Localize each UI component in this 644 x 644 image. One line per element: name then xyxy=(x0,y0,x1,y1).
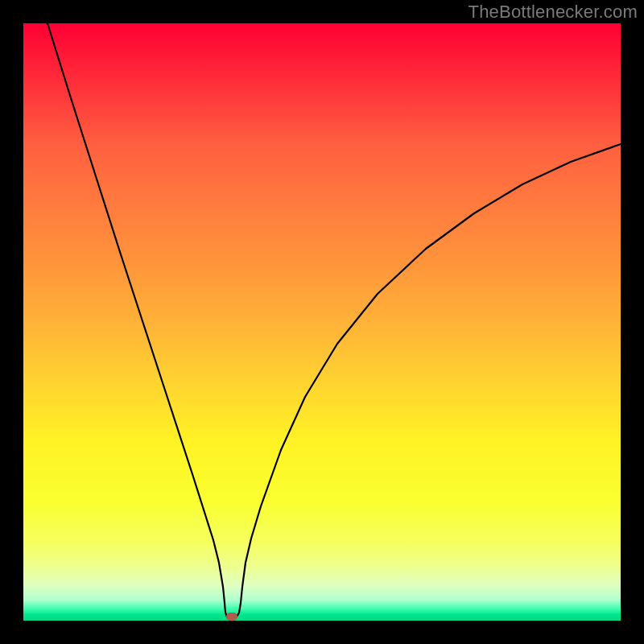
watermark-text: TheBottlenecker.com xyxy=(469,2,638,23)
bottleneck-curve xyxy=(23,23,621,621)
chart-frame: TheBottlenecker.com xyxy=(0,0,644,644)
plot-area xyxy=(23,23,621,621)
curve-path xyxy=(47,23,621,617)
optimal-point-marker xyxy=(226,613,237,621)
